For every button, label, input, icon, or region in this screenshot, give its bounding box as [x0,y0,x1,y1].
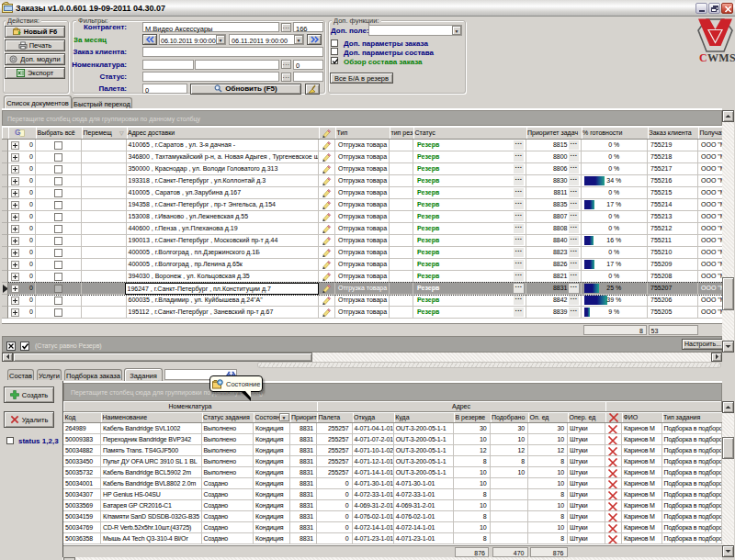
svg-text:G: G [15,128,21,137]
